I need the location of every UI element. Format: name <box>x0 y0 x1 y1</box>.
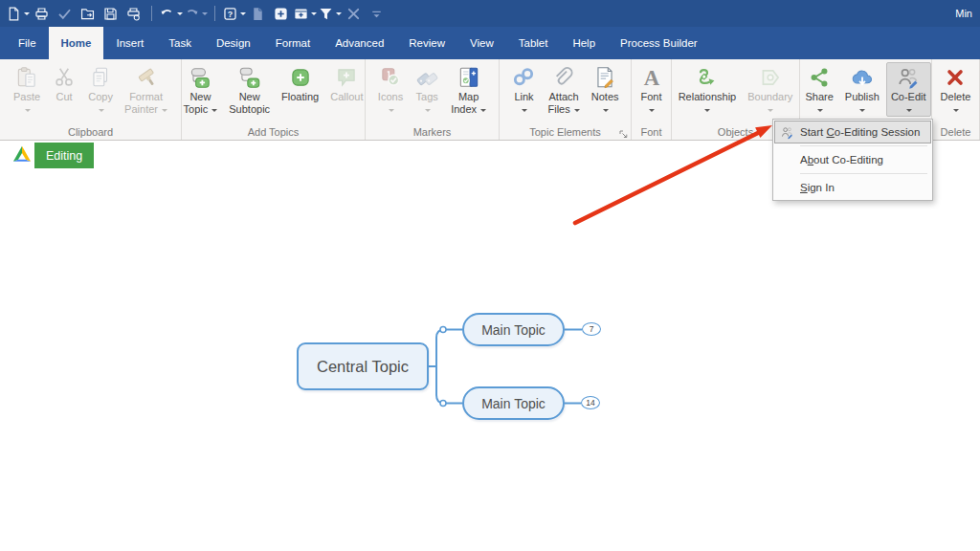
button-label: Boundary <box>747 91 792 103</box>
tab-advanced[interactable]: Advanced <box>323 27 396 59</box>
save-icon <box>102 6 119 22</box>
window-title: Min <box>955 8 972 19</box>
delete-button[interactable]: Delete <box>936 62 976 117</box>
save-button[interactable] <box>100 3 122 24</box>
floating-button[interactable]: Floating <box>277 62 323 104</box>
caret-down-icon <box>389 109 394 112</box>
publish-button[interactable]: Publish <box>840 62 884 117</box>
button-label: Icons <box>378 91 403 103</box>
button-label: Files <box>547 103 579 116</box>
floating-icon <box>288 65 313 90</box>
new-file-button[interactable] <box>6 3 30 24</box>
tab-view[interactable]: View <box>457 27 506 59</box>
qat-separator <box>214 6 215 21</box>
button-label: Format <box>129 91 163 103</box>
format-painter-icon <box>134 65 159 90</box>
co-edit-button[interactable]: Co-Edit <box>886 62 931 117</box>
caret-down-icon <box>162 109 167 112</box>
filter-icon <box>318 6 334 22</box>
button-label: Callout <box>330 91 363 103</box>
button-label: Co-Edit <box>891 91 926 103</box>
co-edit-dropdown-menu: Start Co-Editing SessionAbout Co-Editing… <box>772 119 933 201</box>
quick-access-toolbar: ? <box>6 3 388 24</box>
ribbon-group-topic-elements: LinkAttachFiles NotesTopic Elements <box>500 59 632 140</box>
tab-task[interactable]: Task <box>156 27 204 59</box>
copy-icon <box>88 65 113 90</box>
close-icon <box>345 6 362 22</box>
tab-format[interactable]: Format <box>263 27 323 59</box>
icons-marker-icon <box>378 65 403 90</box>
tab-tablet[interactable]: Tablet <box>506 27 561 59</box>
notes-button[interactable]: Notes <box>587 62 624 117</box>
boundary-icon <box>758 65 783 90</box>
dialog-launcher-icon[interactable] <box>618 126 629 137</box>
filter-button[interactable] <box>318 3 342 24</box>
tab-process-builder[interactable]: Process Builder <box>608 27 710 59</box>
caret-down-icon <box>649 109 655 112</box>
redo-button <box>184 3 208 24</box>
qat-overflow-button <box>366 3 388 24</box>
group-label: Markers <box>366 123 499 140</box>
caret-down-icon <box>603 109 609 112</box>
button-label: Floating <box>281 91 319 103</box>
button-label: New <box>239 91 260 103</box>
link-icon <box>511 65 536 90</box>
format-painter-button: FormatPainter <box>120 62 172 117</box>
font-icon: A <box>639 65 664 90</box>
menu-item-about-co-editing[interactable]: About Co-Editing <box>774 148 931 171</box>
titlebar: ? Min <box>0 0 980 27</box>
menu-item-label: About Co-Editing <box>800 154 883 165</box>
font-button[interactable]: AFont <box>635 62 669 117</box>
tags-button: Tags <box>410 62 444 117</box>
icons-button: Icons <box>373 62 408 117</box>
add-window-button[interactable] <box>293 3 317 24</box>
caret-down-icon <box>311 12 317 15</box>
map-canvas[interactable]: Editing Central Topic Main Topic Main To… <box>0 141 980 551</box>
open-folder-button[interactable] <box>77 3 99 24</box>
caret-down-icon <box>817 109 823 112</box>
task-number-badge-2[interactable]: 14 <box>581 396 600 409</box>
undo-button[interactable] <box>159 3 183 24</box>
caret-down-icon <box>574 109 580 112</box>
share-button[interactable]: Share <box>800 62 837 117</box>
caret-down-icon <box>425 109 431 112</box>
map-index-button[interactable]: MapIndex <box>446 62 491 117</box>
tab-file[interactable]: File <box>6 27 49 59</box>
tab-insert[interactable]: Insert <box>103 27 156 59</box>
menu-item-sign-in[interactable]: Sign In <box>774 176 931 199</box>
task-number-badge-1[interactable]: 7 <box>582 322 601 336</box>
add-square-button[interactable] <box>270 3 292 24</box>
group-label: Font <box>632 123 671 140</box>
button-label: Delete <box>941 91 971 103</box>
qat-overflow-icon <box>368 6 385 22</box>
new-topic-button[interactable]: NewTopic <box>179 62 223 117</box>
redo-icon <box>184 6 200 22</box>
attach-files-button[interactable]: AttachFiles <box>543 62 584 117</box>
main-topic-node-2[interactable]: Main Topic <box>462 386 565 420</box>
link-button[interactable]: Link <box>506 62 541 117</box>
tab-design[interactable]: Design <box>204 27 263 59</box>
relationship-button[interactable]: Relationship <box>674 62 742 117</box>
button-label: Topic <box>184 103 218 116</box>
central-topic-node[interactable]: Central Topic <box>297 342 429 390</box>
new-topic-icon <box>188 65 212 90</box>
tab-home[interactable]: Home <box>49 27 104 59</box>
menu-separator <box>800 173 927 174</box>
print-button[interactable] <box>31 3 53 24</box>
tab-review[interactable]: Review <box>396 27 457 59</box>
quick-print-button[interactable] <box>122 3 145 24</box>
button-label: New <box>189 91 211 103</box>
group-label: Add Topics <box>182 123 365 140</box>
help-button[interactable]: ? <box>222 3 246 24</box>
caret-down-icon <box>212 109 217 112</box>
tab-help[interactable]: Help <box>560 27 608 59</box>
caret-down-icon <box>859 109 865 112</box>
undo-icon <box>159 6 175 22</box>
new-subtopic-button[interactable]: NewSubtopic <box>224 62 275 117</box>
menu-separator <box>800 145 927 146</box>
check-button <box>54 3 76 24</box>
paste-icon <box>14 65 39 90</box>
main-topic-node-1[interactable]: Main Topic <box>462 313 565 346</box>
caret-down-icon <box>99 109 104 112</box>
menu-item-start-co-editing-session[interactable]: Start Co-Editing Session <box>774 121 931 143</box>
